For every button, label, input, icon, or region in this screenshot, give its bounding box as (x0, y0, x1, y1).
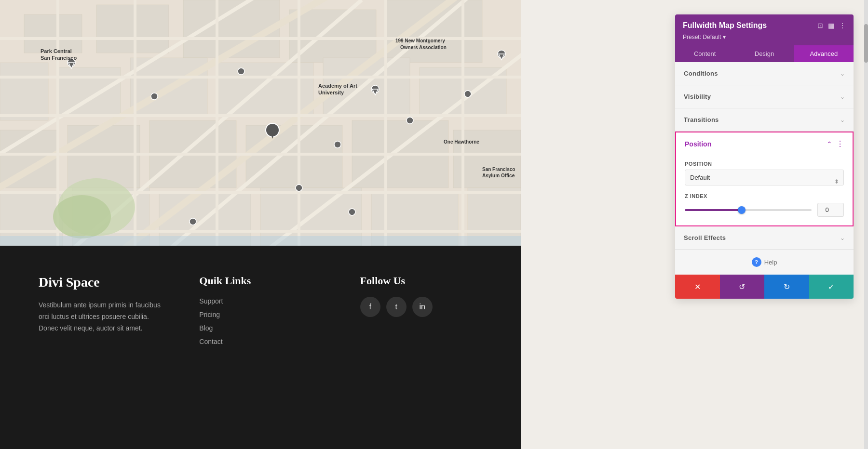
footer-brand-text: Vestibulum ante ipsum primis in faucibus… (39, 300, 161, 334)
undo-button[interactable]: ↺ (720, 275, 765, 299)
visibility-chevron: ⌄ (840, 93, 845, 100)
capture-icon[interactable]: ⊡ (817, 22, 823, 29)
blog-link[interactable]: Blog (199, 324, 213, 332)
footer-links-list: Support Pricing Blog Contact (199, 297, 321, 346)
svg-text:One Hawthorne: One Hawthorne (444, 139, 479, 145)
footer-brand-title: Divi Space (39, 275, 161, 290)
conditions-accordion: Conditions ⌄ (675, 62, 854, 85)
visibility-accordion: Visibility ⌄ (675, 85, 854, 108)
transitions-label: Transitions (684, 116, 719, 123)
position-body: Position Default Relative Absolute Fixed… (676, 155, 853, 225)
position-select-wrapper: Default Relative Absolute Fixed Sticky (685, 170, 844, 193)
svg-rect-15 (246, 125, 342, 188)
scroll-effects-header[interactable]: Scroll Effects ⌄ (675, 226, 854, 249)
z-index-slider-track (685, 209, 742, 211)
columns-icon[interactable]: ▦ (828, 22, 834, 29)
settings-panel: Fullwidth Map Settings ⊡ ▦ ⋮ Preset: Def… (675, 14, 854, 299)
conditions-header[interactable]: Conditions ⌄ (675, 62, 854, 85)
z-index-label: Z Index (685, 193, 844, 199)
transitions-header[interactable]: Transitions ⌄ (675, 108, 854, 131)
scrollbar[interactable] (864, 0, 868, 449)
social-icons-container: f t in (360, 297, 482, 317)
position-header-right: ⌃ ⋮ (827, 139, 844, 148)
svg-text:San Francisco: San Francisco (482, 167, 515, 172)
svg-point-58 (349, 209, 355, 215)
visibility-label: Visibility (684, 93, 711, 100)
svg-text:University: University (318, 90, 344, 95)
z-index-input[interactable] (817, 203, 844, 217)
panel-title: Fullwidth Map Settings (683, 21, 767, 30)
tab-design[interactable]: Design (734, 45, 794, 62)
scroll-effects-accordion: Scroll Effects ⌄ (675, 226, 854, 250)
facebook-icon[interactable]: f (360, 297, 380, 317)
svg-point-54 (151, 93, 158, 100)
panel-tabs: Content Design Advanced (675, 45, 854, 62)
svg-text:Owners Association: Owners Association (400, 45, 447, 50)
svg-rect-7 (58, 67, 121, 116)
save-button[interactable]: ✓ (809, 275, 854, 299)
footer-links-column: Quik Links Support Pricing Blog Contact (199, 275, 321, 420)
position-select[interactable]: Default Relative Absolute Fixed Sticky (685, 170, 844, 185)
position-label: Position (685, 140, 711, 148)
footer-follow-title: Follow Us (360, 275, 482, 287)
map-area: Park Central San Francisco Academy of Ar… (0, 0, 521, 246)
svg-rect-4 (289, 10, 376, 63)
svg-rect-13 (68, 125, 140, 188)
footer-follow-column: Follow Us f t in (360, 275, 482, 420)
footer: Divi Space Vestibulum ante ipsum primis … (0, 246, 521, 449)
undo-icon: ↺ (739, 282, 745, 291)
support-link[interactable]: Support (199, 297, 223, 305)
z-index-slider-thumb[interactable] (738, 206, 746, 214)
list-item[interactable]: Contact (199, 337, 321, 346)
conditions-chevron: ⌄ (840, 70, 845, 77)
twitter-icon[interactable]: t (386, 297, 407, 317)
svg-point-59 (190, 218, 196, 225)
panel-actions: ✕ ↺ ↻ ✓ (675, 275, 854, 299)
svg-text:199 New Montgomery: 199 New Montgomery (395, 38, 445, 43)
svg-text:Park Central: Park Central (41, 48, 72, 54)
footer-links-title: Quik Links (199, 275, 321, 287)
position-accordion: Position ⌃ ⋮ Position Default Relative A… (675, 132, 854, 226)
transitions-accordion: Transitions ⌄ (675, 108, 854, 132)
svg-rect-44 (0, 236, 521, 246)
tab-advanced[interactable]: Advanced (794, 45, 854, 62)
visibility-header[interactable]: Visibility ⌄ (675, 85, 854, 108)
scroll-effects-label: Scroll Effects (684, 234, 726, 241)
position-chevron: ⌃ (827, 140, 832, 148)
svg-point-57 (296, 185, 302, 191)
more-icon[interactable]: ⋮ (839, 22, 846, 29)
svg-rect-1 (24, 14, 82, 53)
tab-content[interactable]: Content (675, 45, 734, 62)
panel-header-icons: ⊡ ▦ ⋮ (817, 22, 846, 29)
svg-point-53 (238, 68, 244, 75)
svg-point-55 (334, 141, 341, 148)
svg-rect-6 (0, 63, 48, 120)
panel-body: Conditions ⌄ Visibility ⌄ Transitions ⌄ … (675, 62, 854, 275)
list-item[interactable]: Blog (199, 324, 321, 332)
instagram-icon[interactable]: in (412, 297, 433, 317)
contact-link[interactable]: Contact (199, 338, 222, 345)
save-icon: ✓ (828, 282, 834, 291)
svg-rect-2 (96, 5, 169, 53)
position-field-label: Position (685, 161, 844, 167)
cancel-icon: ✕ (694, 282, 701, 291)
list-item[interactable]: Support (199, 297, 321, 305)
panel-preset[interactable]: Preset: Default ▾ (683, 34, 846, 40)
z-index-slider[interactable] (685, 209, 812, 211)
list-item[interactable]: Pricing (199, 310, 321, 319)
help-icon: ? (752, 257, 761, 267)
svg-text:Academy of Art: Academy of Art (318, 83, 357, 89)
svg-text:San Francisco: San Francisco (41, 55, 77, 61)
redo-icon: ↻ (784, 282, 790, 291)
pricing-link[interactable]: Pricing (199, 311, 220, 318)
scrollbar-thumb[interactable] (864, 24, 868, 63)
redo-button[interactable]: ↻ (764, 275, 809, 299)
svg-point-43 (53, 195, 111, 238)
cancel-button[interactable]: ✕ (675, 275, 720, 299)
position-dots-icon[interactable]: ⋮ (836, 139, 844, 148)
help-button[interactable]: ? Help (752, 257, 777, 267)
position-header[interactable]: Position ⌃ ⋮ (676, 132, 853, 155)
help-label: Help (764, 259, 777, 266)
panel-header: Fullwidth Map Settings ⊡ ▦ ⋮ Preset: Def… (675, 14, 854, 45)
svg-text:Asylum Office: Asylum Office (482, 173, 515, 178)
